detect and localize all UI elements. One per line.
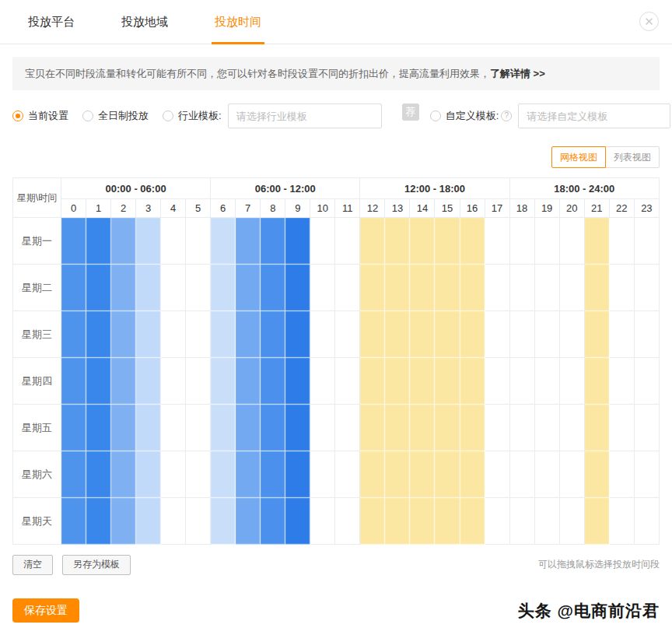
schedule-cell[interactable] [310, 358, 335, 405]
schedule-cell[interactable] [335, 265, 360, 311]
schedule-cell[interactable] [509, 311, 534, 358]
schedule-cell[interactable] [61, 311, 86, 358]
schedule-cell[interactable] [460, 265, 485, 311]
schedule-cell[interactable] [161, 265, 186, 311]
schedule-cell[interactable] [634, 498, 659, 545]
schedule-cell[interactable] [534, 265, 559, 311]
schedule-cell[interactable] [460, 311, 485, 358]
schedule-cell[interactable] [584, 218, 609, 265]
schedule-cell[interactable] [285, 405, 310, 451]
schedule-cell[interactable] [485, 218, 509, 265]
schedule-cell[interactable] [485, 311, 509, 358]
schedule-cell[interactable] [111, 358, 136, 405]
schedule-cell[interactable] [559, 358, 584, 405]
schedule-cell[interactable] [136, 311, 161, 358]
schedule-cell[interactable] [136, 218, 161, 265]
radio-current-settings[interactable] [12, 111, 23, 121]
schedule-cell[interactable] [534, 358, 559, 405]
schedule-cell[interactable] [261, 451, 285, 498]
schedule-cell[interactable] [584, 311, 609, 358]
schedule-cell[interactable] [360, 358, 385, 405]
schedule-cell[interactable] [385, 498, 410, 545]
radio-industry-template[interactable] [163, 111, 173, 121]
schedule-cell[interactable] [509, 218, 534, 265]
schedule-cell[interactable] [261, 358, 285, 405]
schedule-cell[interactable] [385, 218, 410, 265]
schedule-cell[interactable] [360, 451, 385, 498]
schedule-cell[interactable] [310, 311, 335, 358]
schedule-cell[interactable] [534, 311, 559, 358]
schedule-cell[interactable] [86, 218, 111, 265]
custom-template-select[interactable] [518, 103, 670, 128]
schedule-cell[interactable] [186, 451, 211, 498]
schedule-cell[interactable] [360, 498, 385, 545]
schedule-cell[interactable] [435, 405, 460, 451]
schedule-cell[interactable] [360, 405, 385, 451]
schedule-cell[interactable] [385, 358, 410, 405]
schedule-cell[interactable] [211, 405, 236, 451]
schedule-cell[interactable] [584, 265, 609, 311]
schedule-cell[interactable] [410, 451, 435, 498]
schedule-cell[interactable] [335, 451, 360, 498]
schedule-cell[interactable] [360, 311, 385, 358]
schedule-cell[interactable] [261, 265, 285, 311]
schedule-cell[interactable] [111, 218, 136, 265]
schedule-cell[interactable] [360, 265, 385, 311]
schedule-cell[interactable] [634, 405, 659, 451]
schedule-cell[interactable] [509, 405, 534, 451]
schedule-cell[interactable] [211, 218, 236, 265]
schedule-cell[interactable] [485, 498, 509, 545]
schedule-cell[interactable] [136, 498, 161, 545]
schedule-cell[interactable] [460, 218, 485, 265]
schedule-cell[interactable] [111, 451, 136, 498]
schedule-cell[interactable] [634, 358, 659, 405]
schedule-cell[interactable] [136, 358, 161, 405]
learn-more-link[interactable]: 了解详情 >> [490, 68, 545, 79]
schedule-cell[interactable] [485, 358, 509, 405]
help-icon[interactable]: ? [501, 111, 512, 121]
schedule-cell[interactable] [186, 265, 211, 311]
schedule-cell[interactable] [410, 358, 435, 405]
schedule-cell[interactable] [310, 405, 335, 451]
schedule-cell[interactable] [335, 311, 360, 358]
close-icon[interactable]: ✕ [639, 12, 659, 31]
schedule-cell[interactable] [161, 218, 186, 265]
schedule-cell[interactable] [559, 218, 584, 265]
schedule-cell[interactable] [609, 405, 634, 451]
schedule-cell[interactable] [86, 311, 111, 358]
schedule-cell[interactable] [285, 358, 310, 405]
schedule-cell[interactable] [310, 218, 335, 265]
schedule-cell[interactable] [186, 311, 211, 358]
schedule-cell[interactable] [485, 451, 509, 498]
schedule-cell[interactable] [285, 218, 310, 265]
schedule-cell[interactable] [485, 265, 509, 311]
tab-platform[interactable]: 投放平台 [25, 0, 78, 44]
schedule-cell[interactable] [559, 265, 584, 311]
schedule-cell[interactable] [609, 498, 634, 545]
schedule-cell[interactable] [410, 218, 435, 265]
schedule-cell[interactable] [634, 218, 659, 265]
schedule-cell[interactable] [161, 405, 186, 451]
schedule-cell[interactable] [435, 498, 460, 545]
schedule-cell[interactable] [335, 218, 360, 265]
schedule-cell[interactable] [385, 451, 410, 498]
schedule-cell[interactable] [609, 358, 634, 405]
schedule-cell[interactable] [634, 265, 659, 311]
schedule-cell[interactable] [460, 498, 485, 545]
schedule-cell[interactable] [634, 311, 659, 358]
tab-region[interactable]: 投放地域 [118, 0, 171, 44]
schedule-cell[interactable] [509, 358, 534, 405]
schedule-cell[interactable] [435, 311, 460, 358]
schedule-cell[interactable] [509, 451, 534, 498]
schedule-cell[interactable] [236, 358, 261, 405]
schedule-cell[interactable] [609, 311, 634, 358]
schedule-cell[interactable] [609, 451, 634, 498]
schedule-cell[interactable] [460, 451, 485, 498]
schedule-cell[interactable] [61, 265, 86, 311]
schedule-cell[interactable] [410, 265, 435, 311]
schedule-cell[interactable] [509, 265, 534, 311]
schedule-cell[interactable] [136, 405, 161, 451]
schedule-cell[interactable] [61, 451, 86, 498]
schedule-cell[interactable] [435, 218, 460, 265]
schedule-cell[interactable] [61, 358, 86, 405]
